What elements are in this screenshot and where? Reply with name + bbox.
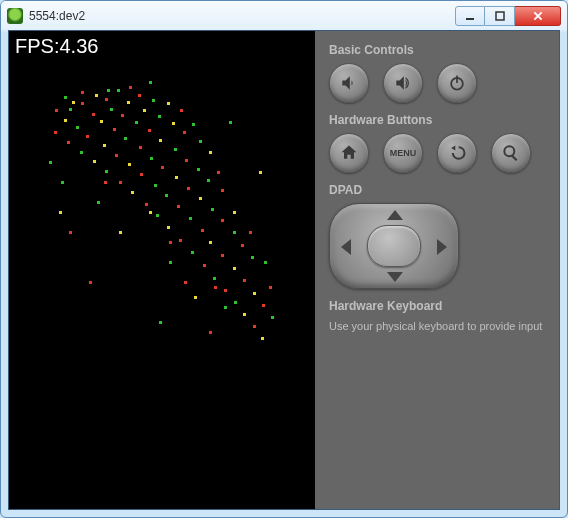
particle-dot	[199, 140, 202, 143]
particle-dot	[233, 267, 236, 270]
particle-dot	[69, 108, 72, 111]
particle-dot	[100, 120, 103, 123]
particle-dot	[221, 254, 224, 257]
basic-controls-label: Basic Controls	[329, 43, 545, 57]
particle-dot	[201, 229, 204, 232]
dpad-down-button[interactable]	[387, 272, 403, 282]
particle-dot	[105, 170, 108, 173]
particle-dot	[76, 126, 79, 129]
particle-dot	[251, 256, 254, 259]
particle-dot	[72, 101, 75, 104]
volume-up-icon	[393, 73, 413, 93]
dpad-up-button[interactable]	[387, 210, 403, 220]
particle-dot	[121, 114, 124, 117]
particle-dot	[213, 277, 216, 280]
particle-dot	[148, 129, 151, 132]
particle-dot	[233, 231, 236, 234]
particle-dot	[154, 184, 157, 187]
particle-dot	[69, 231, 72, 234]
svg-rect-1	[496, 12, 504, 20]
particle-dot	[150, 157, 153, 160]
particle-dot	[169, 241, 172, 244]
particle-dot	[97, 201, 100, 204]
particle-dot	[131, 191, 134, 194]
particle-dot	[61, 181, 64, 184]
svg-rect-3	[456, 76, 458, 84]
particle-dot	[81, 102, 84, 105]
volume-down-button[interactable]	[329, 63, 369, 103]
particle-dot	[158, 115, 161, 118]
particle-dot	[165, 194, 168, 197]
particle-dot	[119, 181, 122, 184]
titlebar[interactable]: 5554:dev2	[1, 1, 567, 30]
particle-dot	[262, 304, 265, 307]
particle-dot	[107, 89, 110, 92]
window-controls	[455, 6, 561, 26]
particle-dot	[117, 89, 120, 92]
particle-dot	[124, 137, 127, 140]
particle-dot	[129, 86, 132, 89]
menu-icon: MENU	[390, 148, 417, 158]
search-button[interactable]	[491, 133, 531, 173]
particle-dot	[149, 211, 152, 214]
particle-dot	[127, 101, 130, 104]
particle-dot	[192, 123, 195, 126]
particle-dot	[81, 91, 84, 94]
particle-dot	[189, 217, 192, 220]
particle-dot	[110, 108, 113, 111]
particle-dot	[64, 119, 67, 122]
dpad-left-button[interactable]	[341, 239, 351, 255]
particle-dot	[119, 231, 122, 234]
hardware-keyboard-hint: Use your physical keyboard to provide in…	[329, 319, 545, 334]
particle-dot	[194, 296, 197, 299]
volume-up-button[interactable]	[383, 63, 423, 103]
volume-down-icon	[339, 73, 359, 93]
particle-dot	[234, 301, 237, 304]
close-button[interactable]	[515, 6, 561, 26]
particle-dot	[185, 159, 188, 162]
particle-dot	[261, 337, 264, 340]
particle-dot	[156, 214, 159, 217]
particle-dot	[128, 163, 131, 166]
particle-dot	[54, 131, 57, 134]
app-icon	[7, 8, 23, 24]
device-screen[interactable]: FPS:4.36	[9, 31, 315, 509]
particle-dot	[229, 121, 232, 124]
particle-dot	[224, 306, 227, 309]
dpad-label: DPAD	[329, 183, 545, 197]
particle-dot	[214, 286, 217, 289]
particle-dot	[169, 261, 172, 264]
particle-dot	[264, 261, 267, 264]
particle-dot	[135, 121, 138, 124]
particle-dot	[138, 94, 141, 97]
dpad-right-button[interactable]	[437, 239, 447, 255]
particle-dot	[179, 239, 182, 242]
menu-button[interactable]: MENU	[383, 133, 423, 173]
home-button[interactable]	[329, 133, 369, 173]
particle-dot	[143, 109, 146, 112]
minimize-button[interactable]	[455, 6, 485, 26]
particle-dot	[217, 171, 220, 174]
particle-dot	[174, 148, 177, 151]
particle-dot	[184, 281, 187, 284]
power-button[interactable]	[437, 63, 477, 103]
maximize-button[interactable]	[485, 6, 515, 26]
svg-rect-0	[466, 18, 474, 20]
particle-dot	[253, 292, 256, 295]
particle-dot	[167, 226, 170, 229]
controls-panel: Basic Controls Hardware Buttons MENU	[315, 31, 559, 509]
back-button[interactable]	[437, 133, 477, 173]
particle-dot	[149, 81, 152, 84]
particle-dot	[183, 131, 186, 134]
home-icon	[339, 143, 359, 163]
particle-dot	[221, 189, 224, 192]
particle-dot	[199, 197, 202, 200]
particle-dot	[152, 99, 155, 102]
dpad-center-button[interactable]	[367, 225, 421, 267]
particle-dot	[269, 286, 272, 289]
particle-dot	[80, 151, 83, 154]
dpad	[329, 203, 459, 289]
search-icon	[501, 143, 521, 163]
particle-dot	[249, 231, 252, 234]
back-icon	[447, 143, 467, 163]
